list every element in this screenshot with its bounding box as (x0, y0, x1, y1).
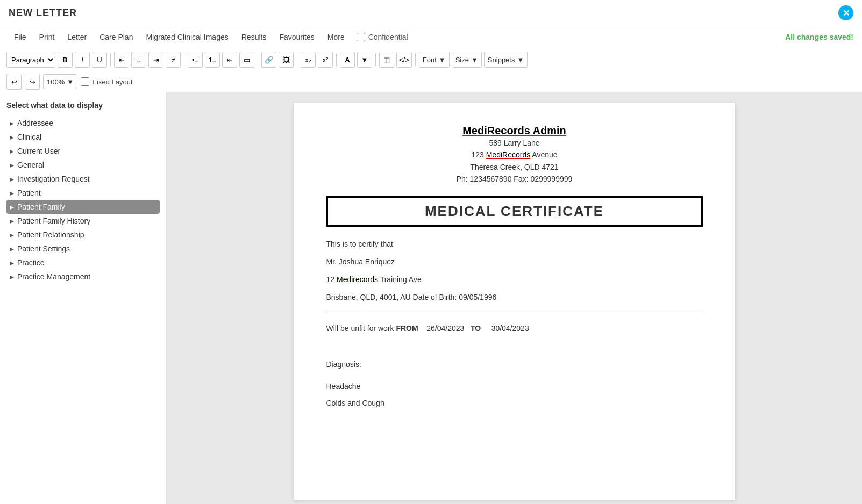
align-justify-button[interactable]: ≠ (166, 52, 181, 68)
address-line2: 123 MediRecords Avenue (326, 149, 703, 161)
outdent-button[interactable]: ⇤ (222, 52, 237, 68)
font-color-dropdown[interactable]: ▼ (357, 52, 372, 68)
code-button[interactable]: </> (396, 52, 412, 68)
to-date: 30/04/2023 (491, 324, 529, 333)
arrow-icon: ▶ (10, 162, 14, 168)
content-area[interactable]: MediRecords Admin 589 Larry Lane 123 Med… (167, 92, 862, 504)
sidebar-item-addressee[interactable]: ▶ Addressee (6, 116, 160, 130)
from-date: 26/04/2023 (426, 324, 464, 333)
zoom-arrow: ▼ (67, 78, 74, 86)
paragraph-select[interactable]: Paragraph (6, 52, 55, 68)
close-button[interactable]: ✕ (838, 5, 853, 20)
toolbar-row2: ↩ ↪ 100% ▼ Fixed Layout (0, 71, 862, 92)
bold-button[interactable]: B (58, 52, 73, 68)
zoom-control[interactable]: 100% ▼ (43, 74, 77, 89)
app-title: NEW LETTER (9, 8, 838, 19)
subscript-button[interactable]: x₂ (301, 52, 316, 68)
toolbar-row1: Paragraph B I U ⇤ ≡ ⇥ ≠ •≡ 1≡ ⇤ ▭ 🔗 🖼 x₂… (0, 48, 862, 71)
arrow-icon: ▶ (10, 274, 14, 280)
sidebar-item-label: Investigation Request (17, 175, 90, 183)
confidential-label: Confidential (368, 33, 408, 41)
sidebar-item-label: Addressee (17, 119, 53, 127)
certificate-title-box: MEDICAL CERTIFICATE (326, 196, 703, 227)
sidebar-item-label: Patient Settings (17, 244, 70, 253)
sidebar-item-label: Current User (17, 147, 60, 155)
align-center-button[interactable]: ≡ (131, 52, 146, 68)
arrow-icon: ▶ (10, 204, 14, 210)
condition-2: Colds and Cough (326, 397, 703, 410)
zoom-label: 100% (47, 78, 65, 86)
menu-results[interactable]: Results (236, 30, 272, 45)
divider (326, 313, 703, 313)
snippets-dropdown-arrow: ▼ (517, 56, 524, 64)
number-list-button[interactable]: 1≡ (205, 52, 220, 68)
arrow-icon: ▶ (10, 232, 14, 238)
sidebar-item-patient[interactable]: ▶ Patient (6, 186, 160, 200)
redo-button[interactable]: ↪ (25, 74, 40, 90)
patient-city: Brisbane, QLD, 4001, AU Date of Birth: 0… (326, 291, 703, 304)
sidebar-item-current-user[interactable]: ▶ Current User (6, 144, 160, 158)
table-button[interactable]: ◫ (379, 52, 394, 68)
superscript-button[interactable]: x² (318, 52, 333, 68)
menu-care-plan[interactable]: Care Plan (94, 30, 138, 45)
table-layout-button[interactable]: ▭ (239, 52, 254, 68)
sidebar-item-label: Patient Family (17, 203, 65, 211)
address-line4: Ph: 1234567890 Fax: 0299999999 (326, 173, 703, 185)
separator-4 (297, 53, 297, 66)
sidebar-item-label: General (17, 161, 44, 169)
arrow-icon: ▶ (10, 148, 14, 154)
doc-body[interactable]: This is to certify that Mr. Joshua Enriq… (326, 237, 703, 411)
snippets-label: Snippets (488, 56, 515, 64)
sidebar-item-practice-management[interactable]: ▶ Practice Management (6, 270, 160, 284)
separator-6 (375, 53, 376, 66)
sidebar-item-practice[interactable]: ▶ Practice (6, 256, 160, 270)
confidential-checkbox[interactable] (357, 33, 365, 41)
doc-header: MediRecords Admin 589 Larry Lane 123 Med… (326, 125, 703, 185)
app-header: NEW LETTER ✕ (0, 0, 862, 26)
menu-letter[interactable]: Letter (62, 30, 92, 45)
sidebar-item-patient-settings[interactable]: ▶ Patient Settings (6, 242, 160, 256)
confidential-wrap: Confidential (357, 33, 408, 41)
menu-file[interactable]: File (9, 30, 32, 45)
separator-7 (415, 53, 416, 66)
sidebar-item-label: Practice Management (17, 272, 90, 281)
link-button[interactable]: 🔗 (261, 52, 276, 68)
sidebar-item-patient-family-history[interactable]: ▶ Patient Family History (6, 214, 160, 228)
condition-label-2: Colds and Cough (326, 399, 384, 407)
sidebar-item-label: Patient Relationship (17, 231, 84, 239)
fixed-layout-wrap: Fixed Layout (81, 77, 132, 86)
sidebar-item-clinical[interactable]: ▶ Clinical (6, 130, 160, 144)
medirecords-link: MediRecords (486, 150, 530, 159)
fixed-layout-checkbox[interactable] (81, 77, 89, 86)
sidebar-item-investigation-request[interactable]: ▶ Investigation Request (6, 172, 160, 186)
patient-address: 12 Medirecords Training Ave (326, 273, 703, 286)
menu-print[interactable]: Print (34, 30, 60, 45)
unfit-line: Will be unfit for work FROM 26/04/2023 T… (326, 322, 703, 335)
sidebar-item-patient-relationship[interactable]: ▶ Patient Relationship (6, 228, 160, 242)
bullet-list-button[interactable]: •≡ (188, 52, 203, 68)
from-label: FROM (396, 324, 418, 333)
sidebar-item-patient-family[interactable]: ▶ Patient Family (6, 200, 160, 214)
align-right-button[interactable]: ⇥ (148, 52, 163, 68)
align-left-button[interactable]: ⇤ (114, 52, 129, 68)
font-dropdown[interactable]: Font ▼ (419, 52, 450, 68)
document: MediRecords Admin 589 Larry Lane 123 Med… (294, 103, 735, 500)
menu-favourites[interactable]: Favourites (274, 30, 319, 45)
condition-1: Headache (326, 380, 703, 393)
menu-migrated-clinical-images[interactable]: Migrated Clinical Images (140, 30, 233, 45)
main-layout: Select what data to display ▶ Addressee … (0, 92, 862, 504)
undo-button[interactable]: ↩ (6, 74, 22, 90)
italic-button[interactable]: I (75, 52, 90, 68)
image-button[interactable]: 🖼 (279, 52, 294, 68)
snippets-dropdown[interactable]: Snippets ▼ (484, 52, 528, 68)
certificate-title: MEDICAL CERTIFICATE (425, 203, 604, 219)
size-dropdown-arrow: ▼ (471, 56, 478, 64)
size-dropdown[interactable]: Size ▼ (452, 52, 482, 68)
menu-more[interactable]: More (322, 30, 350, 45)
sidebar-item-general[interactable]: ▶ General (6, 158, 160, 172)
font-dropdown-arrow: ▼ (439, 56, 446, 64)
font-color-button[interactable]: A (340, 52, 355, 68)
underline-button[interactable]: U (92, 52, 107, 68)
separator-1 (110, 53, 111, 66)
address-line1: 589 Larry Lane (326, 137, 703, 149)
